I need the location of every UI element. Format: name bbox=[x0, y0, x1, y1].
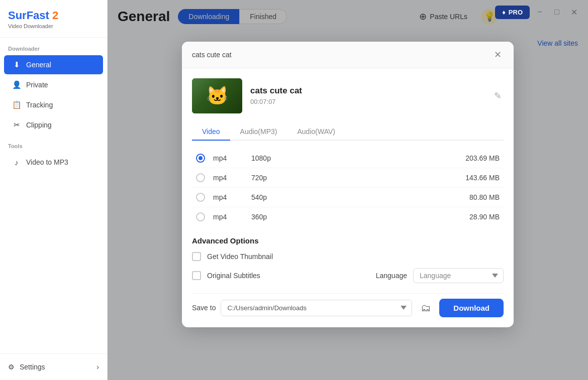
sidebar-item-general[interactable]: ⬇ General bbox=[4, 55, 103, 74]
sidebar-item-tracking[interactable]: 📋 Tracking bbox=[4, 95, 103, 114]
save-path-select[interactable]: C:/Users/admin/Downloads bbox=[221, 300, 412, 316]
modal-title: cats cute cat bbox=[192, 51, 232, 59]
format-row-360[interactable]: mp4 360p 28.90 MB bbox=[192, 207, 504, 226]
sidebar-item-label: Clipping bbox=[26, 121, 52, 129]
download-modal: cats cute cat ✕ 🐱 cats cute cat 00:07:07… bbox=[182, 42, 514, 327]
clipping-icon: ✂ bbox=[12, 120, 21, 130]
format-row-720[interactable]: mp4 720p 143.66 MB bbox=[192, 168, 504, 188]
subtitles-label: Original Subtitles bbox=[207, 272, 260, 280]
video-meta: cats cute cat 00:07:07 bbox=[250, 86, 484, 105]
format-size-540: 80.80 MB bbox=[469, 193, 500, 201]
thumbnail-label: Get Video Thumbnail bbox=[207, 252, 273, 261]
user-icon: 👤 bbox=[12, 80, 21, 89]
format-quality-540: 540p bbox=[251, 193, 291, 201]
tracking-icon: 📋 bbox=[12, 100, 21, 109]
video-name: cats cute cat bbox=[250, 86, 484, 96]
radio-360[interactable] bbox=[196, 212, 205, 221]
diamond-icon: ♦ bbox=[502, 9, 506, 16]
radio-540[interactable] bbox=[196, 193, 205, 202]
settings-icon: ⚙ bbox=[8, 363, 15, 371]
logo-subtitle: Video Downloader bbox=[8, 23, 99, 29]
save-row: Save to C:/Users/admin/Downloads 🗂 Downl… bbox=[192, 293, 504, 317]
settings-label: Settings bbox=[20, 363, 45, 371]
tab-audio-mp3[interactable]: Audio(MP3) bbox=[230, 123, 287, 141]
thumbnail-checkbox[interactable] bbox=[192, 252, 201, 261]
format-row-540[interactable]: mp4 540p 80.80 MB bbox=[192, 188, 504, 207]
tools-section-label: Tools bbox=[0, 135, 107, 152]
format-options: mp4 1080p 203.69 MB mp4 720p 143.66 MB m… bbox=[192, 149, 504, 226]
format-quality-720: 720p bbox=[251, 174, 291, 182]
close-button[interactable]: ✕ bbox=[567, 5, 581, 19]
main-content: General Downloading Finished ⊕ Paste URL… bbox=[108, 0, 588, 380]
sidebar-item-video-to-mp3[interactable]: ♪ Video to MP3 bbox=[4, 153, 103, 172]
format-row-1080[interactable]: mp4 1080p 203.69 MB bbox=[192, 149, 504, 168]
modal-close-button[interactable]: ✕ bbox=[492, 49, 504, 61]
save-to-label: Save to bbox=[192, 304, 216, 312]
maximize-button[interactable]: □ bbox=[550, 5, 564, 19]
format-type-540: mp4 bbox=[213, 193, 243, 201]
language-label: Language bbox=[376, 272, 407, 280]
tab-video[interactable]: Video bbox=[192, 123, 230, 141]
radio-720[interactable] bbox=[196, 173, 205, 182]
sidebar: SurFast 2 Video Downloader Downloader ⬇ … bbox=[0, 0, 108, 380]
sidebar-item-label: Private bbox=[26, 81, 48, 89]
video-thumbnail: 🐱 bbox=[192, 78, 242, 113]
chevron-right-icon: › bbox=[96, 363, 99, 371]
music-icon: ♪ bbox=[12, 158, 21, 167]
sidebar-item-private[interactable]: 👤 Private bbox=[4, 75, 103, 94]
downloader-section-label: Downloader bbox=[0, 38, 107, 55]
modal-header: cats cute cat ✕ bbox=[182, 42, 514, 68]
format-size-1080: 203.69 MB bbox=[465, 154, 500, 162]
language-select[interactable]: Language bbox=[413, 268, 504, 283]
video-info-row: 🐱 cats cute cat 00:07:07 ✎ bbox=[192, 78, 504, 113]
sidebar-item-clipping[interactable]: ✂ Clipping bbox=[4, 115, 103, 135]
format-type-1080: mp4 bbox=[213, 154, 243, 162]
sidebar-item-label: General bbox=[26, 61, 51, 69]
radio-dot bbox=[199, 156, 203, 160]
format-tabs: Video Audio(MP3) Audio(WAV) bbox=[192, 123, 504, 141]
advanced-options: Advanced Options Get Video Thumbnail Ori… bbox=[192, 236, 504, 283]
video-duration: 00:07:07 bbox=[250, 98, 484, 105]
logo-surfast: SurFast bbox=[8, 9, 49, 22]
modal-body: 🐱 cats cute cat 00:07:07 ✎ Video Audio(M… bbox=[182, 68, 514, 327]
download-button[interactable]: Download bbox=[439, 299, 504, 317]
subtitles-row: Original Subtitles Language Language bbox=[192, 268, 504, 283]
logo-version: 2 bbox=[52, 9, 58, 22]
edit-video-button[interactable]: ✎ bbox=[492, 88, 504, 103]
minimize-button[interactable]: − bbox=[533, 5, 547, 19]
sidebar-item-label: Tracking bbox=[26, 101, 53, 109]
settings-item[interactable]: ⚙ Settings › bbox=[4, 358, 103, 376]
pro-badge[interactable]: ♦ PRO bbox=[495, 6, 530, 19]
folder-browse-button[interactable]: 🗂 bbox=[417, 299, 434, 316]
format-quality-1080: 1080p bbox=[251, 154, 291, 162]
thumbnail-row: Get Video Thumbnail bbox=[192, 252, 504, 261]
format-quality-360: 360p bbox=[251, 213, 291, 221]
logo-area: SurFast 2 Video Downloader bbox=[0, 0, 107, 38]
format-size-360: 28.90 MB bbox=[469, 213, 500, 221]
sidebar-item-label: Video to MP3 bbox=[26, 158, 68, 166]
subtitles-checkbox[interactable] bbox=[192, 271, 201, 280]
format-type-720: mp4 bbox=[213, 174, 243, 182]
radio-1080[interactable] bbox=[196, 154, 205, 163]
format-size-720: 143.66 MB bbox=[465, 174, 500, 182]
format-type-360: mp4 bbox=[213, 213, 243, 221]
tab-audio-wav[interactable]: Audio(WAV) bbox=[287, 123, 345, 141]
download-icon: ⬇ bbox=[12, 60, 21, 69]
advanced-title: Advanced Options bbox=[192, 236, 504, 245]
